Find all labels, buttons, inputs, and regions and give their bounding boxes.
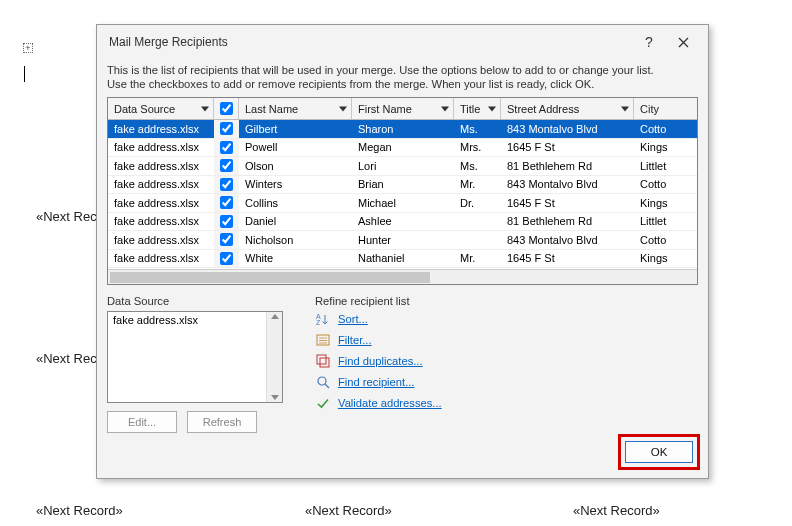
- cell-street-address: 81 Bethlehem Rd: [501, 213, 634, 231]
- cell-data-source: fake address.xlsx: [108, 231, 214, 249]
- listbox-scrollbar[interactable]: [266, 312, 282, 402]
- cell-street-address: 1645 F St: [501, 139, 634, 157]
- column-label: Street Address: [507, 103, 579, 115]
- table-row[interactable]: fake address.xlsxNicholsonHunter843 Mont…: [108, 231, 697, 250]
- cell-checkbox: [214, 213, 239, 231]
- close-button[interactable]: [666, 29, 700, 55]
- cell-checkbox: [214, 120, 239, 138]
- row-checkbox[interactable]: [220, 252, 233, 265]
- table-row[interactable]: fake address.xlsxCollinsMichaelDr.1645 F…: [108, 194, 697, 213]
- column-header-checkbox[interactable]: [214, 98, 239, 119]
- cell-title: Mr.: [454, 176, 501, 194]
- dropdown-icon: [201, 106, 209, 111]
- column-header-last-name[interactable]: Last Name: [239, 98, 352, 119]
- find-recipient-link[interactable]: Find recipient...: [315, 374, 698, 390]
- data-source-item[interactable]: fake address.xlsx: [108, 312, 282, 328]
- find-recipient-icon: [315, 374, 331, 390]
- cell-checkbox: [214, 194, 239, 212]
- merge-field-next-record: «Next Reco: [36, 351, 104, 366]
- cell-first-name: Hunter: [352, 231, 454, 249]
- merge-field-next-record: «Next Reco: [36, 209, 104, 224]
- row-checkbox[interactable]: [220, 122, 233, 135]
- merge-field-next-record: «Next Record»: [305, 503, 392, 518]
- cell-city: Kings: [634, 139, 682, 157]
- cell-first-name: Ashlee: [352, 213, 454, 231]
- recipients-grid: Data Source Last Name First Name Title: [107, 97, 698, 285]
- cell-city: Cotto: [634, 176, 682, 194]
- row-checkbox[interactable]: [220, 159, 233, 172]
- text-cursor: [24, 66, 25, 82]
- row-checkbox[interactable]: [220, 141, 233, 154]
- data-source-label: Data Source: [107, 295, 287, 307]
- dropdown-icon: [339, 106, 347, 111]
- refine-list-label: Refine recipient list: [315, 295, 698, 307]
- grid-body: fake address.xlsxGilbertSharonMs.843 Mon…: [108, 120, 697, 269]
- link-text: Sort...: [338, 313, 368, 325]
- table-row[interactable]: fake address.xlsxGilbertSharonMs.843 Mon…: [108, 120, 697, 139]
- table-row[interactable]: fake address.xlsxWintersBrianMr.843 Mont…: [108, 176, 697, 195]
- svg-text:Z: Z: [316, 319, 321, 326]
- data-source-list[interactable]: fake address.xlsx: [107, 311, 283, 403]
- validate-icon: [315, 395, 331, 411]
- find-duplicates-icon: [315, 353, 331, 369]
- row-checkbox[interactable]: [220, 178, 233, 191]
- column-header-first-name[interactable]: First Name: [352, 98, 454, 119]
- row-checkbox[interactable]: [220, 196, 233, 209]
- column-header-title[interactable]: Title: [454, 98, 501, 119]
- link-text: Find duplicates...: [338, 355, 423, 367]
- cell-street-address: 843 Montalvo Blvd: [501, 231, 634, 249]
- column-header-data-source[interactable]: Data Source: [108, 98, 214, 119]
- cell-first-name: Michael: [352, 194, 454, 212]
- ok-button-highlight: OK: [618, 434, 700, 470]
- merge-field-next-record: «Next Record»: [573, 503, 660, 518]
- cell-first-name: Nathaniel: [352, 250, 454, 268]
- cell-data-source: fake address.xlsx: [108, 120, 214, 138]
- table-row[interactable]: fake address.xlsxWhiteNathanielMr.1645 F…: [108, 250, 697, 269]
- cell-city: Littlet: [634, 157, 682, 175]
- column-label: First Name: [358, 103, 412, 115]
- cell-last-name: Nicholson: [239, 231, 352, 249]
- validate-addresses-link[interactable]: Validate addresses...: [315, 395, 698, 411]
- dropdown-icon: [621, 106, 629, 111]
- cell-last-name: Olson: [239, 157, 352, 175]
- filter-link[interactable]: Filter...: [315, 332, 698, 348]
- find-duplicates-link[interactable]: Find duplicates...: [315, 353, 698, 369]
- column-label: Last Name: [245, 103, 298, 115]
- table-row[interactable]: fake address.xlsxPowellMeganMrs.1645 F S…: [108, 139, 697, 158]
- cell-last-name: Daniel: [239, 213, 352, 231]
- svg-rect-3: [317, 355, 326, 364]
- cell-last-name: Collins: [239, 194, 352, 212]
- column-label: Data Source: [114, 103, 175, 115]
- column-label: Title: [460, 103, 480, 115]
- dialog-title: Mail Merge Recipients: [109, 35, 632, 49]
- cell-checkbox: [214, 231, 239, 249]
- dropdown-icon: [441, 106, 449, 111]
- edit-button[interactable]: Edit...: [107, 411, 177, 433]
- table-row[interactable]: fake address.xlsxOlsonLoriMs.81 Bethlehe…: [108, 157, 697, 176]
- dialog-titlebar: Mail Merge Recipients ?: [97, 25, 708, 59]
- column-header-street-address[interactable]: Street Address: [501, 98, 634, 119]
- row-checkbox[interactable]: [220, 233, 233, 246]
- cell-first-name: Megan: [352, 139, 454, 157]
- ok-button[interactable]: OK: [625, 441, 693, 463]
- scrollbar-thumb[interactable]: [110, 272, 430, 283]
- cell-title: Mr.: [454, 250, 501, 268]
- cell-checkbox: [214, 139, 239, 157]
- cell-city: Cotto: [634, 120, 682, 138]
- cell-title: Ms.: [454, 157, 501, 175]
- horizontal-scrollbar[interactable]: [108, 269, 697, 284]
- column-header-city[interactable]: City: [634, 98, 682, 119]
- grid-header: Data Source Last Name First Name Title: [108, 98, 697, 120]
- refresh-button[interactable]: Refresh: [187, 411, 257, 433]
- svg-rect-2: [317, 335, 329, 345]
- intro-line2: Use the checkboxes to add or remove reci…: [107, 77, 698, 91]
- sort-link[interactable]: AZ Sort...: [315, 311, 698, 327]
- select-all-checkbox[interactable]: [220, 102, 233, 115]
- cell-city: Kings: [634, 194, 682, 212]
- cell-data-source: fake address.xlsx: [108, 157, 214, 175]
- table-row[interactable]: fake address.xlsxDanielAshlee81 Bethlehe…: [108, 213, 697, 232]
- cell-street-address: 81 Bethlehem Rd: [501, 157, 634, 175]
- intro-line1: This is the list of recipients that will…: [107, 63, 698, 77]
- help-button[interactable]: ?: [632, 29, 666, 55]
- row-checkbox[interactable]: [220, 215, 233, 228]
